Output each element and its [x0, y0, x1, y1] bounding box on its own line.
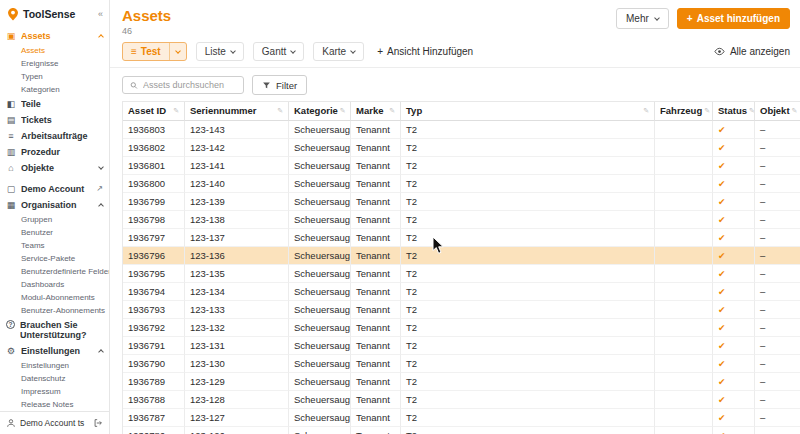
sidebar-subitem[interactable]: Typen [0, 70, 109, 83]
sidebar-subitem[interactable]: Release Notes [0, 398, 109, 411]
table-cell: 123-137 [185, 229, 289, 247]
table-cell: – [755, 121, 800, 139]
column-header[interactable]: Asset ID ✎ [123, 102, 185, 121]
table-row[interactable]: 1936800123-140ScheuersaugmaschineTenannt… [123, 175, 800, 193]
table-row[interactable]: 1936791123-131ScheuersaugmaschineTenannt… [123, 337, 800, 355]
table-row[interactable]: 1936798123-138ScheuersaugmaschineTenannt… [123, 211, 800, 229]
sidebar-item-assets[interactable]: ▣ Assets [0, 28, 109, 44]
list-view-icon: ≡ [131, 46, 137, 57]
logout-icon[interactable] [93, 418, 103, 428]
column-edit-icon[interactable]: ✎ [171, 106, 179, 116]
sidebar-subitem[interactable]: Modul-Abonnements [0, 291, 109, 304]
main-content: Assets 46 Mehr + Asset hinzufügen ≡ Test [110, 0, 800, 434]
status-check-icon: ✔ [718, 359, 726, 369]
show-all-button[interactable]: Alle anzeigen [714, 46, 790, 57]
sidebar-subitem[interactable]: Teams [0, 239, 109, 252]
table-row[interactable]: 1936793123-133ScheuersaugmaschineTenannt… [123, 301, 800, 319]
table-row[interactable]: 1936797123-137ScheuersaugmaschineTenannt… [123, 229, 800, 247]
table-cell: ✔ [713, 391, 755, 409]
logo[interactable]: ToolSense « [0, 0, 109, 26]
column-edit-icon[interactable]: ✎ [641, 106, 649, 116]
user-icon [6, 418, 16, 428]
table-cell: Scheuersaugmaschine [289, 355, 351, 373]
table-row[interactable]: 1936802123-142ScheuersaugmaschineTenannt… [123, 139, 800, 157]
table-row[interactable]: 1936790123-130ScheuersaugmaschineTenannt… [123, 355, 800, 373]
plus-icon: + [377, 46, 383, 57]
tab-liste[interactable]: Liste [196, 42, 244, 61]
table-row[interactable]: 1936799123-139ScheuersaugmaschineTenannt… [123, 193, 800, 211]
column-edit-icon[interactable]: ✎ [747, 106, 755, 116]
column-edit-icon[interactable]: ✎ [790, 106, 798, 116]
chevron-down-icon [350, 48, 356, 54]
sidebar-subitem[interactable]: Einstellungen [0, 359, 109, 372]
sidebar-subitem[interactable]: Ereignisse [0, 57, 109, 70]
sidebar-subitem[interactable]: Datenschutz [0, 372, 109, 385]
add-view-button[interactable]: + Ansicht Hinzufügen [373, 43, 477, 60]
column-edit-icon[interactable]: ✎ [387, 106, 395, 116]
table-row[interactable]: 1936786123-126ScheuersaugmaschineTenannt… [123, 427, 800, 434]
sidebar-footer[interactable]: Demo Account ts [0, 411, 109, 434]
table-cell: 1936786 [123, 427, 185, 434]
chevron-icon [98, 203, 104, 209]
sidebar-item-organisation[interactable]: ▦ Organisation [0, 197, 109, 213]
tab-test[interactable]: ≡ Test [122, 42, 187, 61]
add-asset-button[interactable]: + Asset hinzufügen [677, 8, 790, 29]
table-cell: – [755, 265, 800, 283]
column-edit-icon[interactable]: ✎ [275, 106, 283, 116]
column-header[interactable]: Kategorie ✎ [289, 102, 351, 121]
table-row[interactable]: 1936794123-134ScheuersaugmaschineTenannt… [123, 283, 800, 301]
tab-karte[interactable]: Karte [313, 42, 364, 61]
table-cell [655, 373, 713, 391]
table-row[interactable]: 1936796123-136ScheuersaugmaschineTenannt… [123, 247, 800, 265]
table-row[interactable]: 1936788123-128ScheuersaugmaschineTenannt… [123, 391, 800, 409]
table-cell: – [755, 373, 800, 391]
sidebar-item-demo-account[interactable]: ▢ Demo Account ↗ [0, 181, 109, 197]
more-button[interactable]: Mehr [616, 8, 669, 29]
table-cell: T2 [401, 427, 655, 434]
table-cell: 1936799 [123, 193, 185, 211]
table-row[interactable]: 1936787123-127ScheuersaugmaschineTenannt… [123, 409, 800, 427]
table-cell: ✔ [713, 247, 755, 265]
table-cell: Tenannt [351, 319, 401, 337]
column-edit-icon[interactable]: ✎ [702, 106, 710, 116]
table-cell: 123-127 [185, 409, 289, 427]
table-row[interactable]: 1936789123-129ScheuersaugmaschineTenannt… [123, 373, 800, 391]
sidebar-subitem[interactable]: Benutzer [0, 226, 109, 239]
sidebar-subitem[interactable]: Gruppen [0, 213, 109, 226]
column-header[interactable]: Objekt ✎ [755, 102, 800, 121]
sidebar-subitem[interactable]: Kategorien [0, 83, 109, 96]
tab-test-main[interactable]: ≡ Test [123, 43, 169, 60]
sidebar-subitem[interactable]: Benutzerdefinierte Felder [0, 265, 109, 278]
table-cell [655, 193, 713, 211]
search-box[interactable] [122, 76, 244, 94]
sidebar-collapse-icon[interactable]: « [98, 9, 103, 19]
sidebar-item-support[interactable]: ? Brauchen Sie Unterstützung? [0, 317, 109, 343]
sidebar-item-arbeitsauftraege[interactable]: ≡ Arbeitsaufträge [0, 128, 109, 144]
sidebar-item-tickets[interactable]: ▤ Tickets [0, 112, 109, 128]
table-cell [655, 337, 713, 355]
column-header[interactable]: Status ✎ [713, 102, 755, 121]
column-header[interactable]: Seriennummer ✎ [185, 102, 289, 121]
filter-button[interactable]: Filter [252, 75, 307, 95]
sidebar-item-einstellungen[interactable]: ⚙ Einstellungen [0, 343, 109, 359]
column-header[interactable]: Typ ✎ [401, 102, 655, 121]
sidebar-item-teile[interactable]: ◧ Teile [0, 96, 109, 112]
sidebar-subitem[interactable]: Assets [0, 44, 109, 57]
sidebar-subitem[interactable]: Dashboards [0, 278, 109, 291]
table-row[interactable]: 1936803123-143ScheuersaugmaschineTenannt… [123, 121, 800, 139]
search-input[interactable] [143, 80, 236, 90]
table-row[interactable]: 1936795123-135ScheuersaugmaschineTenannt… [123, 265, 800, 283]
tab-test-caret[interactable] [169, 43, 186, 60]
tab-gantt[interactable]: Gantt [253, 42, 304, 61]
column-header[interactable]: Fahrzeug ✎ [655, 102, 713, 121]
column-header[interactable]: Marke ✎ [351, 102, 401, 121]
column-edit-icon[interactable]: ✎ [338, 106, 346, 116]
sidebar-item-prozedur[interactable]: ▥ Prozedur [0, 144, 109, 160]
table-row[interactable]: 1936792123-132ScheuersaugmaschineTenannt… [123, 319, 800, 337]
table-cell: T2 [401, 391, 655, 409]
sidebar-subitem[interactable]: Service-Pakete [0, 252, 109, 265]
sidebar-subitem[interactable]: Impressum [0, 385, 109, 398]
sidebar-subitem[interactable]: Benutzer-Abonnements [0, 304, 109, 317]
table-row[interactable]: 1936801123-141ScheuersaugmaschineTenannt… [123, 157, 800, 175]
sidebar-item-objekte[interactable]: ⌂ Objekte [0, 160, 109, 176]
